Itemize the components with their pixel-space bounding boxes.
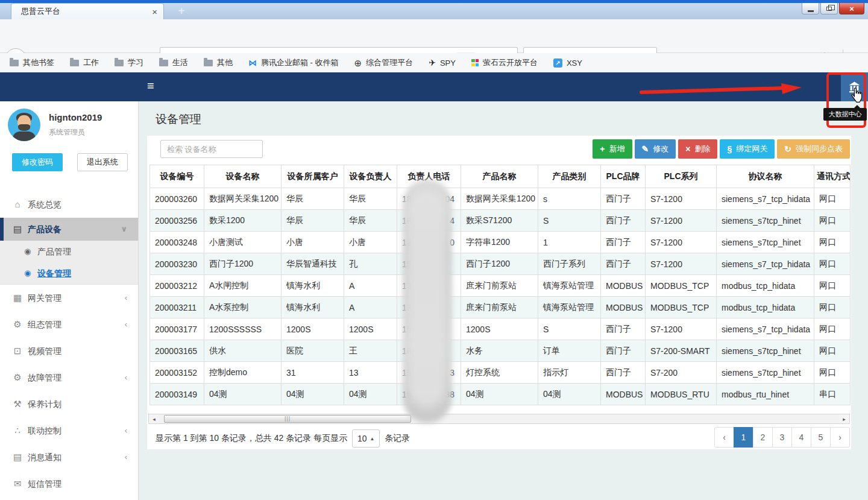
cell-customer: 华辰智通科技 (281, 253, 344, 275)
sidebar-subitem-设备管理[interactable]: ◉设备管理 (0, 262, 138, 284)
column-header[interactable]: PLC品牌 (601, 165, 646, 188)
bookmarks-bar: 其他书签工作学习生活其他⋈腾讯企业邮箱 - 收件箱⊕综合管理平台✈SPY萤石云开… (0, 53, 868, 72)
bookmark-item[interactable]: 工作 (70, 57, 99, 68)
tab-close-icon[interactable]: × (152, 7, 157, 17)
column-header[interactable]: 设备名称 (204, 165, 281, 188)
page-button-5[interactable]: 5 (811, 427, 831, 448)
page-button-3[interactable]: 3 (772, 427, 792, 448)
强制同步点表-button[interactable]: ↻强制同步点表 (777, 139, 850, 159)
table-row[interactable]: 200003212A水闸控制镇海水利A13庶来门前泵站镇海泵站管理MODBUSM… (150, 275, 851, 297)
bookmark-label: 其他 (217, 57, 233, 68)
scrollbar-thumb[interactable]: ||| (164, 415, 411, 423)
table-row[interactable]: 200003260数据网关采集1200华辰华辰1804数据网关采集1200s西门… (150, 188, 851, 210)
logout-button[interactable]: 退出系统 (77, 153, 128, 171)
sidebar-item-短信管理[interactable]: ✉短信管理 (0, 470, 138, 497)
table-row[interactable]: 200003230西门子1200华辰智通科技孔15西门子1200西门子系列西门子… (150, 253, 851, 275)
page-button-2[interactable]: 2 (753, 427, 773, 448)
browser-toolbar: ← → ↻ ⌂ iot.idosp.net/admin/index.html?l… (0, 19, 868, 53)
table-row[interactable]: 200003248小唐测试小唐小唐130字符串12001西门子S7-1200si… (150, 232, 851, 253)
new-tab-button[interactable]: + (171, 4, 192, 19)
cell-device_name: 1200SSSSSS (204, 318, 281, 340)
restore-button[interactable] (820, 3, 838, 14)
sidebar-item-label: 消息通知 (28, 452, 61, 462)
sidebar-item-系统总览[interactable]: ⌂系统总览 (0, 191, 138, 218)
page-button-1[interactable]: 1 (734, 427, 753, 448)
cell-owner: A (344, 275, 397, 297)
删除-button[interactable]: ×删除 (678, 139, 717, 159)
column-header[interactable]: 产品类别 (538, 165, 601, 188)
bookmark-item[interactable]: ✈SPY (429, 59, 456, 68)
browser-tab[interactable]: 思普云平台 × (11, 3, 164, 19)
sidebar-item-消息通知[interactable]: ▤消息通知‹ (0, 444, 138, 470)
cell-customer: 31 (281, 362, 344, 384)
bookmark-item[interactable]: ⊕综合管理平台 (354, 57, 414, 68)
bookmark-item[interactable]: 萤石云开放平台 (471, 57, 538, 68)
button-label: 强制同步点表 (796, 144, 843, 154)
cell-device_name: 数据网关采集1200 (204, 188, 281, 210)
column-header[interactable]: 协议名称 (717, 165, 814, 188)
新增-button[interactable]: +新增 (593, 139, 632, 159)
chevron-left-icon: ‹ (125, 364, 127, 391)
cell-plc_brand: 西门子 (601, 362, 646, 384)
bookmark-label: 生活 (172, 57, 188, 68)
avatar[interactable] (8, 109, 40, 141)
table-row[interactable]: 200003211A水泵控制镇海水利A13庶来门前泵站镇海泵站管理MODBUSM… (150, 297, 851, 318)
bookmark-item[interactable]: 其他书签 (10, 57, 54, 68)
change-password-button[interactable]: 修改密码 (12, 153, 63, 171)
scroll-left-arrow[interactable]: ◂ (149, 414, 159, 423)
cell-device_id: 200003230 (150, 253, 204, 275)
bookmark-item[interactable]: 生活 (159, 57, 188, 68)
device-search-input[interactable] (160, 140, 263, 158)
sidebar-item-视频管理[interactable]: ⊡视频管理 (0, 338, 138, 364)
cell-category: 1 (538, 232, 601, 253)
cell-device_id: 200003256 (150, 210, 204, 232)
table-row[interactable]: 200003165供水医院王18水务订单西门子S7-200-SMARTsieme… (150, 340, 851, 362)
修改-button[interactable]: ✎修改 (635, 139, 676, 159)
scroll-right-arrow[interactable]: ▸ (839, 414, 849, 423)
close-button[interactable]: × (839, 3, 864, 14)
绑定网关-button[interactable]: §绑定网关 (720, 139, 775, 159)
cell-product: 灯控系统 (461, 362, 538, 384)
table-row[interactable]: 2000031771200SSSSSS1200S1200S151200SS西门子… (150, 318, 851, 340)
bookmark-item[interactable]: 其他 (204, 57, 233, 68)
column-header[interactable]: 设备所属客户 (281, 165, 344, 188)
cell-device_id: 200003149 (150, 384, 204, 405)
column-header[interactable]: 通讯方式 (814, 165, 851, 188)
cell-owner: 华辰 (344, 188, 397, 210)
column-header[interactable]: 设备编号 (150, 165, 204, 188)
sidebar-item-保养计划[interactable]: ⚒保养计划 (0, 391, 138, 417)
scrollbar-track[interactable]: ||| (159, 414, 839, 423)
column-header[interactable]: 产品名称 (461, 165, 538, 188)
gateway-icon: ▦ (12, 285, 23, 311)
sidebar: hignton2019 系统管理员 修改密码 退出系统 ⌂系统总览▤产品设备∨◉… (0, 101, 139, 500)
horizontal-scrollbar[interactable]: ◂ ||| ▸ (148, 414, 850, 424)
column-header[interactable]: 设备负责人 (344, 165, 397, 188)
page-button-4[interactable]: 4 (791, 427, 811, 448)
sidebar-collapse-icon[interactable]: ≡ (147, 79, 154, 93)
column-header[interactable]: PLC系列 (646, 165, 717, 188)
sidebar-item-联动控制[interactable]: ∴联动控制‹ (0, 417, 138, 444)
cell-device_name: 小唐测试 (204, 232, 281, 253)
bookmark-item[interactable]: ⋈腾讯企业邮箱 - 收件箱 (248, 57, 339, 68)
bookmark-label: 工作 (83, 57, 99, 68)
home-icon: ⌂ (12, 191, 23, 218)
minimize-button[interactable] (802, 3, 819, 14)
bookmark-item[interactable]: 学习 (115, 57, 143, 68)
cell-device_name: A水泵控制 (204, 297, 281, 318)
cell-product: 庶来门前泵站 (461, 297, 538, 318)
table-row[interactable]: 20000314904测04测04测153804测04测MODBUSMODBUS… (150, 384, 851, 405)
cell-comm: 网口 (814, 318, 851, 340)
table-row[interactable]: 200003152控制demo3113153灯控系统指示灯西门子S7-200si… (150, 362, 851, 384)
page-prev-button[interactable]: ‹ (714, 427, 734, 448)
bookmark-item[interactable]: ↗XSY (553, 59, 582, 68)
page-size-select[interactable]: 10 ▲ (352, 429, 380, 448)
table-row[interactable]: 200003256数采1200华辰华辰184数采S71200S西门子S7-120… (150, 210, 851, 232)
xsy-logo-icon: ↗ (553, 59, 562, 68)
sidebar-item-组态管理[interactable]: ⚙组态管理‹ (0, 311, 138, 338)
sidebar-subitem-产品管理[interactable]: ◉产品管理 (0, 241, 138, 262)
sidebar-item-故障管理[interactable]: ⚙故障管理‹ (0, 364, 138, 391)
sidebar-item-产品设备[interactable]: ▤产品设备∨ (0, 218, 138, 241)
sidebar-item-网关管理[interactable]: ▦网关管理‹ (0, 285, 138, 311)
folder-icon (115, 60, 124, 66)
page-next-button[interactable]: › (830, 427, 850, 448)
